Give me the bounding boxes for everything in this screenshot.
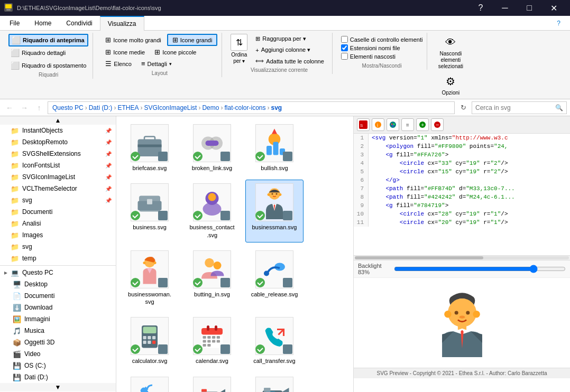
h-scrollbar[interactable] [354, 255, 570, 260]
icone-molto-grandi-btn[interactable]: ⊞ Icone molto grandi [102, 34, 165, 46]
nascosti-checkbox[interactable] [341, 53, 348, 60]
raggruppa-btn[interactable]: ⊞ Raggruppa per ▾ [252, 34, 327, 44]
sidebar-item-svg2[interactable]: 📁 svg [0, 241, 116, 253]
close-btn[interactable]: ✕ [541, 0, 566, 16]
sidebar-item-instantobjects[interactable]: 📁 InstantObjects 📌 [0, 125, 116, 136]
ordina-per-btn[interactable]: ⇅ Ordinaper ▾ [231, 34, 247, 64]
svg-rect-19 [283, 152, 292, 161]
backlight-slider[interactable] [394, 265, 566, 273]
icone-piccole-btn[interactable]: ⊞ Icone piccole [151, 46, 200, 58]
sidebar-item-images[interactable]: 📁 Images [0, 229, 116, 241]
sidebar-item-musica[interactable]: 🎵 Musica [0, 325, 116, 337]
file-butting-in[interactable]: butting_in.svg [183, 247, 241, 310]
anteprima-btn[interactable]: ⬜ Riquadro di anteprima [8, 34, 88, 46]
refresh-btn[interactable]: ↻ [457, 101, 470, 114]
code-editor[interactable]: 1 <svg version="1" xmlns="http://www.w3.… [354, 134, 570, 255]
caselle-checkbox[interactable] [341, 36, 348, 43]
nascondi-btn[interactable]: 👁 Nascondi elementi selezionati [436, 34, 465, 70]
tab-visualizza[interactable]: Visualizza [100, 16, 144, 31]
bc-sep6: › [268, 104, 270, 111]
maximize-btn[interactable]: □ [517, 0, 541, 16]
search-bar[interactable]: 🔍 [472, 101, 567, 114]
dettagli-layout-btn[interactable]: ≡ Dettagli ▾ [137, 58, 176, 69]
estensioni-checkbox[interactable] [341, 44, 348, 51]
toolbar-btn-info[interactable]: i [372, 118, 384, 131]
sidebar-item-desktopremoto[interactable]: 📁 DesktopRemoto 📌 [0, 136, 116, 148]
minimize-btn[interactable]: ─ [493, 0, 517, 16]
search-icon: 🔍 [555, 104, 563, 111]
sidebar-item-download[interactable]: ⬇️ Download [0, 302, 116, 313]
tab-home[interactable]: Home [27, 16, 59, 30]
forward-btn[interactable]: → [18, 101, 31, 114]
sidebar-item-vcltheme[interactable]: 📁 VCLThemeSelector 📌 [0, 183, 116, 194]
address-bar: ← → ↑ Questo PC › Dati (D:) › ETHEA › SV… [0, 99, 570, 116]
checkbox-nascosti[interactable]: Elementi nascosti [341, 53, 423, 60]
scroll-up-btn[interactable]: ▲ [0, 116, 116, 125]
dettagli-btn[interactable]: ⬜ Riquadro dettagli [8, 48, 88, 58]
bc-svg[interactable]: svg [271, 104, 282, 111]
svg-rect-15 [273, 142, 279, 155]
sidebar-item-svgshell[interactable]: 📁 SVGShellExtensions 📌 [0, 148, 116, 160]
file-calendar[interactable]: calendar.svg [183, 313, 241, 368]
sidebar-item-video[interactable]: 🎬 Video [0, 348, 116, 360]
aggiungi-colonne-btn[interactable]: + Aggiungi colonne ▾ [252, 45, 327, 55]
tab-condividi[interactable]: Condividi [59, 16, 99, 30]
bc-dati[interactable]: Dati (D:) [89, 104, 113, 111]
toolbar-btn-remove[interactable]: − [431, 118, 444, 131]
icone-grandi-btn[interactable]: ⊞ Icone grandi [167, 34, 218, 46]
file-business[interactable]: business.svg [121, 180, 179, 242]
sidebar-item-analisi[interactable]: 📁 Analisi [0, 218, 116, 229]
sidebar-item-questopc[interactable]: ▸ 💻 Questo PC [0, 267, 116, 278]
svg-point-40 [131, 278, 140, 287]
bc-sep3: › [140, 104, 142, 111]
toolbar-btn-palette[interactable] [387, 118, 399, 131]
sidebar-item-oggetti3d[interactable]: 📦 Oggetti 3D [0, 337, 116, 348]
toolbar-btn-add[interactable]: + [416, 118, 429, 131]
sidebar-item-documenti-tree[interactable]: 📄 Documenti [0, 290, 116, 302]
help-ribbon-btn[interactable]: ? [549, 16, 568, 30]
sidebar-item-iconfonts[interactable]: 📁 IconFontsList 📌 [0, 160, 116, 171]
adatta-colonne-btn[interactable]: ⟺ Adatta tutte le colonne [252, 56, 327, 66]
checkbox-caselle[interactable]: Caselle di controllo elementi [341, 36, 423, 43]
search-input[interactable] [475, 104, 555, 111]
sidebar-item-osc[interactable]: 💾 OS (C:) [0, 360, 116, 371]
file-camcorder[interactable]: camcorder.svg [183, 373, 241, 392]
file-camcorder-pro[interactable]: camcorder_pro.svg [245, 373, 304, 392]
bc-demo[interactable]: Demo [202, 104, 219, 111]
file-calculator[interactable]: calculator.svg [121, 313, 179, 368]
file-business-contact[interactable]: business_contact.svg [183, 180, 241, 242]
bc-svgicon[interactable]: SVGIconImageList [144, 104, 197, 111]
dettagli-label: Riquadro dettagli [22, 50, 66, 56]
bc-ethea[interactable]: ETHEA [117, 104, 139, 111]
file-bullish[interactable]: bullish.svg [245, 120, 304, 175]
file-call-transfer[interactable]: call_transfer.svg [245, 313, 304, 368]
back-btn[interactable]: ← [3, 101, 16, 114]
sidebar-item-svg1[interactable]: 📁 svg 📌 [0, 194, 116, 206]
tab-file[interactable]: File [2, 16, 27, 30]
bc-thispc[interactable]: Questo PC [52, 104, 84, 111]
opzioni-btn[interactable]: ⚙ Opzioni [436, 73, 465, 96]
file-cable-release[interactable]: cable_release.svg [245, 247, 304, 310]
file-businesswoman[interactable]: businesswoman.svg [121, 247, 179, 310]
bc-flat[interactable]: flat-color-icons [224, 104, 265, 111]
elenco-btn[interactable]: ☰ Elenco [102, 58, 135, 69]
sidebar-item-immagini[interactable]: 🖼️ Immagini [0, 313, 116, 325]
up-btn[interactable]: ↑ [33, 101, 45, 114]
toolbar-btn-lines[interactable]: ≡ [401, 118, 414, 131]
sidebar-item-svgiconlist[interactable]: 📁 SVGIconImageList 📌 [0, 171, 116, 183]
file-briefcase[interactable]: briefcase.svg [121, 120, 179, 175]
file-businessman[interactable]: businessman.svg [245, 180, 304, 242]
file-broken-link[interactable]: broken_link.svg [183, 120, 241, 175]
checkbox-estensioni[interactable]: Estensioni nomi file [341, 44, 423, 51]
sidebar-item-temp[interactable]: 📁 temp [0, 253, 116, 264]
sidebar-item-documenti[interactable]: 📁 Documenti [0, 206, 116, 218]
spostamento-btn[interactable]: ⬜ Riquadro di spostamento [8, 60, 88, 71]
sidebar-item-datid[interactable]: 💾 Dati (D:) [0, 371, 116, 383]
help-btn[interactable]: ? [468, 0, 493, 16]
scroll-down-btn[interactable]: ▼ [0, 383, 116, 391]
breadcrumb[interactable]: Questo PC › Dati (D:) › ETHEA › SVGIconI… [48, 101, 455, 114]
toolbar-btn-svg[interactable]: S [357, 118, 370, 131]
file-callback[interactable]: callback.svg [121, 373, 179, 392]
icone-medie-btn[interactable]: ⊞ Icone medie [102, 46, 149, 58]
sidebar-item-desktop[interactable]: 🖥️ Desktop [0, 278, 116, 290]
